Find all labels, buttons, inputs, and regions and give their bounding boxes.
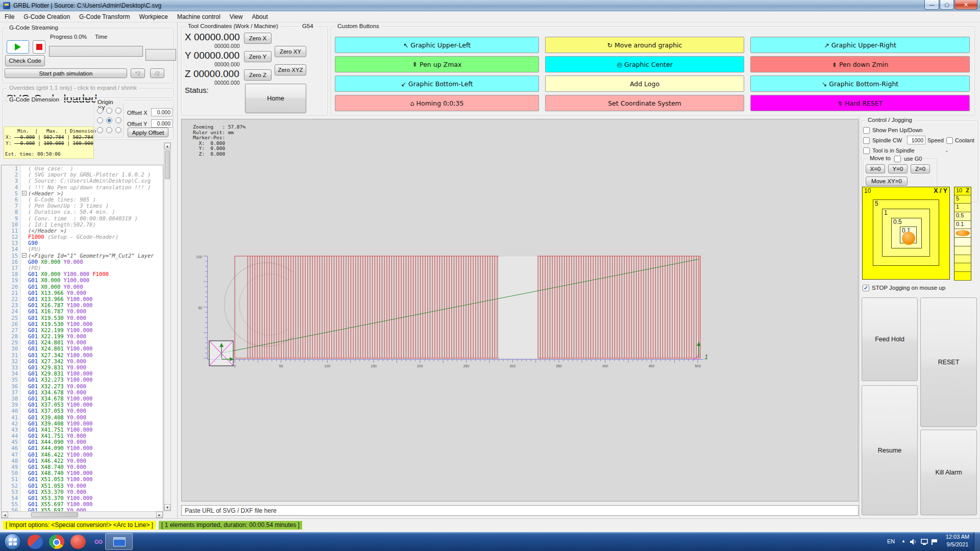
origin-radio-4[interactable] xyxy=(106,117,112,123)
jog-z-step-0.5[interactable]: 0.5 xyxy=(954,212,971,221)
gcode-line[interactable]: 30G01 X24.801 Y100.000 xyxy=(2,345,163,352)
gcode-hscrollbar[interactable]: ◄ ► xyxy=(1,511,163,518)
gcode-line[interactable]: 20G01 X0.000 Y0.000 xyxy=(2,284,163,290)
gcode-line[interactable]: 42G01 X39.408 Y100.000 xyxy=(2,420,163,427)
gcode-line[interactable]: 28G01 X22.199 Y0.000 xyxy=(2,333,163,339)
jog-strip-z[interactable]: 10 Z510.50.1 xyxy=(954,187,971,281)
move-y0-button[interactable]: Y=0 xyxy=(888,164,908,173)
custom-button-graphic-upper-left[interactable]: ↖ Graphic Upper-Left xyxy=(335,37,539,53)
gcode-line[interactable]: 1( Use case: ) xyxy=(2,165,163,171)
gcode-line[interactable]: 53G01 X53.370 Y0.000 xyxy=(2,489,163,495)
speed-double-button[interactable]: *2 xyxy=(131,68,145,78)
tray-clock-date[interactable]: 9/5/2021 xyxy=(942,541,973,547)
jog-knob[interactable] xyxy=(902,232,915,245)
tool-in-spindle-checkbox[interactable] xyxy=(863,147,870,154)
jog-pad-xy[interactable]: 10X / Y510.50.1 xyxy=(862,187,951,281)
gcode-line[interactable]: 24G01 X16.787 Y0.000 xyxy=(2,308,163,314)
gcode-line[interactable]: 40G01 X37.053 Y0.000 xyxy=(2,408,163,414)
gcode-line[interactable]: 7( Pen Down/Up : 3 times ) xyxy=(2,203,163,209)
url-input[interactable]: Paste URL of SVG / DXF file here xyxy=(181,505,859,516)
scroll-left-arrow[interactable]: ◄ xyxy=(2,512,8,518)
origin-radio-7[interactable] xyxy=(106,127,112,133)
start-stream-button[interactable] xyxy=(7,40,29,54)
stop-stream-button[interactable] xyxy=(33,40,45,54)
gcode-line[interactable]: 10( Id:1 Length:502.78) xyxy=(2,221,163,228)
scroll-right-arrow[interactable]: ► xyxy=(156,512,163,518)
scroll-down-arrow[interactable]: ▼ xyxy=(164,504,170,511)
gcode-line[interactable]: 36G01 X32.273 Y0.000 xyxy=(2,383,163,389)
gcode-line[interactable]: 52G01 X51.053 Y0.000 xyxy=(2,483,163,489)
origin-radio-2[interactable] xyxy=(115,108,121,114)
taskbar-visual-studio-icon[interactable]: ∞ xyxy=(91,535,106,549)
gcode-line[interactable]: 51G01 X51.053 Y100.000 xyxy=(2,476,163,482)
gcode-line[interactable]: 21G01 X13.966 Y0.000 xyxy=(2,290,163,296)
origin-radio-0[interactable] xyxy=(97,108,103,114)
gcode-line[interactable]: 33G01 X29.831 Y0.000 xyxy=(2,364,163,370)
use-g0-checkbox[interactable] xyxy=(894,156,901,162)
stop-jogging-checkbox[interactable]: ✓ xyxy=(863,285,869,291)
jog-z-step-7[interactable] xyxy=(954,246,971,255)
move-z0-button[interactable]: Z=0 xyxy=(911,164,930,173)
home-button[interactable]: Home xyxy=(245,84,306,113)
move-xy0-button[interactable]: Move XY=0 xyxy=(866,177,908,186)
vscroll-thumb[interactable] xyxy=(165,151,170,179)
jog-z-step-0.1[interactable]: 0.1 xyxy=(954,221,971,230)
custom-button-hard-reset[interactable]: ↯ Hard RESET xyxy=(750,95,970,111)
gcode-line[interactable]: 54G01 X53.370 Y100.000 xyxy=(2,495,163,501)
custom-button-homing[interactable]: ⌂ Homing 0;0;35 xyxy=(335,95,539,111)
custom-button-set-coordinate-system[interactable]: Set Coordinate System xyxy=(545,95,744,111)
offset-y-field[interactable]: 0.000 xyxy=(151,119,173,128)
show-desktop-button[interactable] xyxy=(974,532,980,551)
start-path-simulation-button[interactable]: Start path simulation xyxy=(5,68,127,78)
gcode-line[interactable]: 48G01 X46.422 Y0.000 xyxy=(2,458,163,464)
gcode-line[interactable]: 4( !!! No Pen up/down translation !!! ) xyxy=(2,184,163,190)
gcode-vscrollbar[interactable]: ▲ ▼ xyxy=(164,142,171,511)
spindle-cw-checkbox[interactable] xyxy=(863,137,870,144)
origin-radio-3[interactable] xyxy=(97,117,103,123)
custom-button-pen-down-zmin[interactable]: ⇟ Pen down Zmin xyxy=(750,56,970,72)
gcode-line[interactable]: 44G01 X41.751 Y0.000 xyxy=(2,433,163,439)
origin-radio-6[interactable] xyxy=(97,127,103,133)
origin-radio-8[interactable] xyxy=(115,127,121,133)
move-x0-button[interactable]: X=0 xyxy=(866,164,885,173)
taskbar-chrome-icon[interactable] xyxy=(49,535,64,549)
tray-expand-icon[interactable]: ▲ xyxy=(901,539,905,543)
jog-z-knob[interactable] xyxy=(955,230,970,236)
gcode-line[interactable]: 50G01 X48.740 Y100.000 xyxy=(2,470,163,476)
gcode-line[interactable]: 17(PD) xyxy=(2,265,163,271)
gcode-line[interactable]: 32G01 X27.342 Y0.000 xyxy=(2,358,163,364)
custom-button-add-logo[interactable]: Add Logo xyxy=(545,76,744,92)
taskbar-media-icon[interactable] xyxy=(28,535,43,549)
menu-view[interactable]: View xyxy=(225,12,248,22)
jog-z-step-8[interactable] xyxy=(954,255,971,264)
tray-network-icon[interactable] xyxy=(921,539,929,545)
gcode-listing[interactable]: 1( Use case: )2( SVG import by GRBL-Plot… xyxy=(1,165,163,533)
custom-button-graphic-bottom-right[interactable]: ↘ Graphic Bottom-Right xyxy=(750,76,970,92)
origin-radio-1[interactable] xyxy=(106,108,112,114)
zero-z-button[interactable]: Zero Z xyxy=(244,69,272,81)
menu-machine-control[interactable]: Machine control xyxy=(173,12,225,22)
custom-button-move-around-graphic[interactable]: ↻ Move around graphic xyxy=(545,37,744,53)
hscroll-thumb[interactable] xyxy=(31,512,78,517)
tray-clock-time[interactable]: 12:03 AM xyxy=(942,534,973,540)
menu-workpiece[interactable]: Workpiece xyxy=(134,12,172,22)
show-pen-checkbox[interactable] xyxy=(863,127,870,134)
menu-g-code-transform[interactable]: G-Code Transform xyxy=(75,12,134,22)
spindle-speed-field[interactable]: 1000 xyxy=(907,136,925,144)
gcode-line[interactable]: 39G01 X37.053 Y100.000 xyxy=(2,402,163,408)
feed-hold-button[interactable]: Feed Hold xyxy=(862,297,918,381)
scroll-up-arrow[interactable]: ▲ xyxy=(164,143,170,149)
overrides-label[interactable]: Overrides (grbl 1.1 only) - click to exp… xyxy=(7,85,139,91)
minimize-button[interactable]: — xyxy=(924,0,939,10)
zero-x-button[interactable]: Zero X xyxy=(244,33,272,44)
jog-z-step-5[interactable]: 5 xyxy=(954,195,971,204)
start-button[interactable] xyxy=(4,533,21,550)
gcode-line[interactable]: 22G01 X13.966 Y100.000 xyxy=(2,296,163,302)
taskbar-red-app-icon[interactable] xyxy=(70,535,86,549)
gcode-line[interactable]: 37G01 X34.678 Y0.000 xyxy=(2,389,163,395)
plot-canvas[interactable]: Zooming : 57.87% Ruler unit: mm Marker-P… xyxy=(181,119,859,502)
tray-language[interactable]: EN xyxy=(887,538,895,544)
tray-speaker-icon[interactable] xyxy=(910,539,918,545)
gcode-line[interactable]: 5−(<Header >) xyxy=(2,190,163,196)
title-bar[interactable]: GRBL Plotter | Source: C:\Users\Admin\De… xyxy=(0,0,980,11)
